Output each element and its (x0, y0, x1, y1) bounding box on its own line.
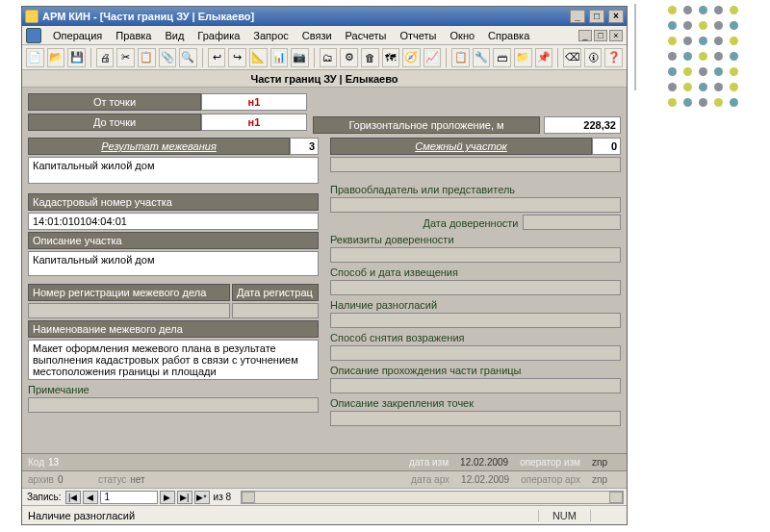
toolbar-button-14[interactable]: ⚙ (340, 48, 358, 67)
toolbar-button-1[interactable]: 📂 (47, 48, 65, 67)
toolbar-button-24[interactable]: ⌫ (563, 48, 581, 67)
toolbar-separator (557, 48, 558, 67)
status-text: Наличие разногласий (28, 510, 538, 521)
adjacent-parcel-num[interactable]: 0 (592, 138, 621, 155)
dot-icon (714, 67, 723, 76)
poa-date-label: Дата доверенности (424, 215, 519, 229)
columns: Результат межевания 3 Капитальный жилой … (28, 138, 621, 426)
toolbar-button-15[interactable]: 🗑 (361, 48, 379, 67)
close-button[interactable]: × (608, 10, 624, 23)
menu-operation[interactable]: Операция (47, 28, 108, 43)
toolbar-separator (314, 48, 315, 67)
boundary-desc-label: Описание прохождения части границы (330, 363, 621, 376)
toolbar-button-19[interactable]: 📋 (451, 48, 470, 67)
toolbar-button-0[interactable]: 📄 (26, 48, 44, 67)
toolbar-button-7[interactable]: 🔍 (179, 48, 197, 67)
toolbar-button-8[interactable]: ↩ (208, 48, 226, 67)
horizontal-scrollbar[interactable] (241, 491, 624, 504)
nav-first-button[interactable]: |◀ (65, 491, 81, 504)
menu-system-icon[interactable] (26, 28, 41, 43)
points-fix-value[interactable] (330, 411, 621, 426)
menu-links[interactable]: Связи (296, 28, 338, 43)
dot-icon (668, 21, 677, 30)
toolbar-button-9[interactable]: ↪ (228, 48, 246, 67)
menu-view[interactable]: Вид (159, 28, 190, 43)
dot-icon (683, 98, 692, 107)
date-arch-label: дата арх (411, 474, 449, 485)
app-window: АРМ КИН - [Части границ ЗУ | Елыкаево] _… (21, 6, 628, 525)
toolbar-button-5[interactable]: 📋 (138, 48, 156, 67)
status-num: NUM (538, 510, 590, 521)
reg-number-value[interactable] (28, 303, 230, 318)
nav-prev-button[interactable]: ◀ (83, 491, 98, 504)
reg-date-label: Дата регистрац (232, 284, 319, 301)
parcel-desc-value[interactable]: Капитальный жилой дом (28, 251, 319, 276)
from-point-value[interactable]: н1 (201, 93, 307, 111)
survey-result-value[interactable]: Капитальный жилой дом (28, 157, 319, 184)
dot-icon (683, 21, 692, 30)
boundary-desc-value[interactable] (330, 378, 621, 393)
notify-value[interactable] (330, 280, 621, 295)
poa-date-value[interactable] (523, 215, 622, 230)
oper-arch-label: оператор арх (521, 474, 580, 485)
menu-edit[interactable]: Правка (110, 28, 157, 43)
menu-graphics[interactable]: Графика (192, 28, 245, 43)
record-current[interactable]: 1 (100, 491, 158, 504)
mdi-restore-button[interactable]: □ (594, 30, 607, 41)
mdi-minimize-button[interactable]: _ (578, 30, 592, 41)
toolbar-button-20[interactable]: 🔧 (473, 48, 491, 67)
parcel-desc-label: Описание участка (28, 232, 319, 249)
horizontal-distance-block: Горизонтальное проложение, м 228,32 (313, 111, 621, 134)
code-label: Код (28, 457, 44, 468)
note-label: Примечание (28, 382, 319, 395)
toolbar-button-16[interactable]: 🗺 (382, 48, 400, 67)
nav-last-button[interactable]: ▶| (177, 491, 192, 504)
toolbar-button-6[interactable]: 📎 (159, 48, 177, 67)
toolbar-button-21[interactable]: 🗃 (493, 48, 511, 67)
toolbar-button-3[interactable]: 🖨 (96, 48, 115, 67)
toolbar-button-13[interactable]: 🗂 (320, 48, 338, 67)
right-column: Смежный участок 0 Правообладатель или пр… (330, 138, 621, 426)
poa-req-value[interactable] (330, 247, 621, 263)
minimize-button[interactable]: _ (570, 10, 585, 23)
nav-new-button[interactable]: ▶* (194, 491, 210, 504)
note-value[interactable] (28, 397, 319, 413)
toolbar-button-17[interactable]: 🧭 (402, 48, 421, 67)
menu-window[interactable]: Окно (445, 28, 481, 43)
restore-button[interactable]: □ (589, 10, 604, 23)
toolbar-button-18[interactable]: 📈 (424, 48, 442, 67)
reg-number-label: Номер регистрации межевого дела (28, 284, 230, 301)
toolbar-button-26[interactable]: ❓ (604, 48, 623, 67)
objection-value[interactable] (330, 345, 621, 361)
cadastre-number-value[interactable]: 14:01:010104:04:01 (28, 213, 319, 230)
menu-calc[interactable]: Расчеты (340, 28, 393, 43)
menu-help[interactable]: Справка (482, 28, 535, 43)
menu-query[interactable]: Запрос (247, 28, 294, 43)
toolbar-button-4[interactable]: ✂ (116, 48, 135, 67)
dot-icon (668, 6, 677, 14)
adjacent-parcel-label: Смежный участок (330, 138, 592, 155)
toolbar-button-22[interactable]: 📁 (514, 48, 532, 67)
adjacent-parcel-value[interactable] (330, 157, 621, 172)
dot-icon (714, 83, 723, 91)
nav-next-button[interactable]: ▶ (160, 491, 175, 504)
dot-icon (699, 67, 707, 76)
arch-label: архив (28, 474, 54, 485)
survey-result-num[interactable]: 3 (290, 138, 319, 155)
dot-icon (714, 6, 723, 14)
toolbar-button-10[interactable]: 📐 (249, 48, 268, 67)
toolbar-button-23[interactable]: 📌 (535, 48, 553, 67)
owner-value[interactable] (330, 197, 621, 213)
mdi-close-button[interactable]: × (609, 30, 623, 41)
toolbar-button-11[interactable]: 📊 (270, 48, 289, 67)
toolbar-button-12[interactable]: 📷 (291, 48, 309, 67)
reg-date-value[interactable] (232, 303, 319, 318)
to-point-value[interactable]: н1 (201, 114, 307, 131)
case-name-value[interactable]: Макет оформления межевого плана в резуль… (28, 340, 319, 380)
toolbar-button-2[interactable]: 💾 (67, 48, 86, 67)
status-value: нет (130, 474, 159, 485)
horizontal-distance-value[interactable]: 228,32 (544, 116, 621, 134)
menu-reports[interactable]: Отчеты (395, 28, 443, 43)
dispute-value[interactable] (330, 313, 621, 328)
toolbar-button-25[interactable]: 🛈 (584, 48, 603, 67)
